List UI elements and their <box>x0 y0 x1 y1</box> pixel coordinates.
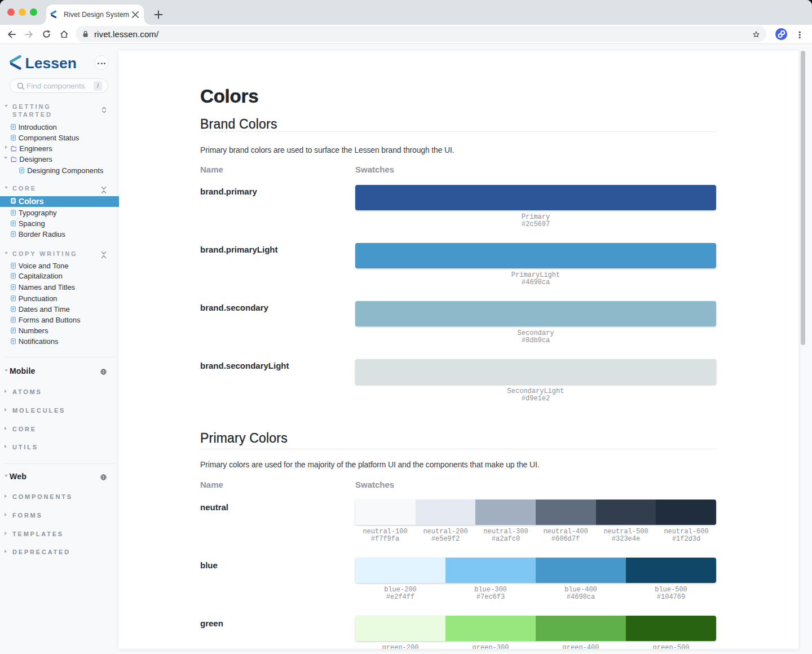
svg-text:Lessen: Lessen <box>25 55 76 71</box>
